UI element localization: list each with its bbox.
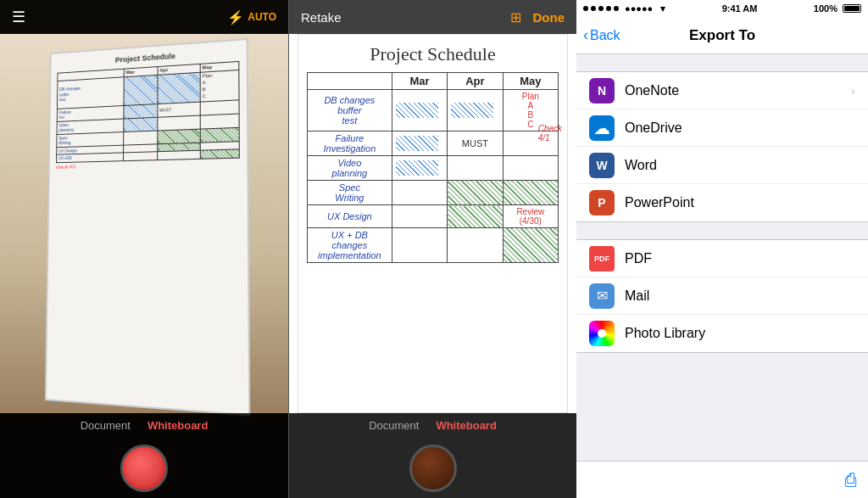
ios-nav-bar: ‹ Back Export To: [576, 17, 868, 54]
table-row: SpecWriting: [308, 181, 559, 205]
wifi-icon: ▾: [660, 3, 665, 14]
camera-mode-whiteboard[interactable]: Whiteboard: [147, 419, 209, 432]
camera-top-bar: ☰ ⚡ AUTO: [0, 0, 288, 34]
export-group-2: PDF PDF ✉ Mail Photo Library: [576, 239, 868, 353]
photos-icon: [589, 321, 615, 346]
export-panel: ●●●●● ▾ 9:41 AM 100% ‹ Back Export To N …: [576, 0, 868, 498]
crop-icon[interactable]: ⊞: [510, 9, 521, 25]
powerpoint-label: PowerPoint: [625, 195, 855, 210]
table-row: DB changesbuffertest PlanABC: [308, 90, 559, 131]
camera-bottom-bar: Document Whiteboard: [0, 413, 288, 498]
retake-button[interactable]: Retake: [301, 10, 342, 25]
wb-title: Project Schedule: [307, 43, 559, 65]
back-label[interactable]: Back: [590, 28, 620, 43]
whiteboard-content: Project Schedule Mar Apr May DB changesb…: [298, 34, 568, 413]
onenote-icon: N: [589, 78, 615, 104]
flash-label: AUTO: [248, 11, 276, 23]
word-icon: W: [589, 153, 615, 178]
ios-toolbar: ⎙: [576, 461, 868, 498]
processed-panel: Retake ⊞ Done Project Schedule Mar Apr M…: [288, 0, 576, 498]
flash-badge[interactable]: ⚡ AUTO: [227, 9, 276, 25]
word-label: Word: [625, 158, 855, 173]
hamburger-icon[interactable]: ☰: [12, 8, 25, 26]
back-button[interactable]: ‹ Back: [583, 26, 620, 44]
camera-whiteboard: Project Schedule Mar Apr May DB changesb…: [45, 38, 250, 416]
processed-mode-document[interactable]: Document: [369, 419, 419, 432]
signal-dots: ●●●●● ▾: [583, 3, 665, 14]
list-item[interactable]: ✉ Mail: [576, 277, 868, 315]
processed-top-bar: Retake ⊞ Done: [289, 0, 576, 34]
share-icon[interactable]: ⎙: [845, 469, 856, 491]
list-item[interactable]: ☁ OneDrive: [576, 109, 868, 147]
flash-icon: ⚡: [227, 9, 244, 25]
check-annotation: Check4/1: [538, 124, 562, 143]
camera-wb-table: Mar Apr May DB changesbuffertest PlanABC…: [56, 61, 240, 163]
camera-mode-tabs: Document Whiteboard: [81, 419, 209, 432]
processed-mode-tabs: Document Whiteboard: [369, 419, 497, 432]
battery-percent: 100%: [814, 3, 837, 14]
list-item[interactable]: W Word: [576, 147, 868, 184]
camera-panel: ☰ ⚡ AUTO Project Schedule Mar Apr May DB…: [0, 0, 288, 498]
export-section-1: N OneNote › ☁ OneDrive W Word P PowerPo: [576, 71, 868, 222]
ios-status-bar: ●●●●● ▾ 9:41 AM 100%: [576, 0, 868, 17]
wb-table: Mar Apr May DB changesbuffertest PlanABC…: [307, 72, 559, 263]
export-section-2: PDF PDF ✉ Mail Photo Library: [576, 239, 868, 353]
list-item[interactable]: Photo Library: [576, 315, 868, 352]
onedrive-icon: ☁: [589, 115, 615, 141]
done-button[interactable]: Done: [533, 10, 565, 25]
table-row: FailureInvestigation MUST: [308, 131, 559, 156]
back-chevron-icon: ‹: [583, 26, 588, 44]
processed-mode-whiteboard[interactable]: Whiteboard: [436, 419, 497, 432]
processed-capture-button[interactable]: [409, 445, 457, 492]
export-list: N OneNote › ☁ OneDrive W Word P PowerPo: [576, 54, 868, 461]
nav-title: Export To: [689, 27, 755, 44]
list-item[interactable]: PDF PDF: [576, 240, 868, 277]
photos-label: Photo Library: [625, 326, 855, 341]
battery-icon: [843, 4, 861, 13]
status-time: 9:41 AM: [722, 3, 758, 14]
capture-button[interactable]: [120, 445, 168, 492]
onenote-label: OneNote: [625, 83, 851, 98]
pdf-label: PDF: [625, 251, 855, 266]
capture-button-inner: [126, 450, 162, 486]
top-bar-icons: ⊞ Done: [510, 9, 565, 25]
table-row: Videoplanning: [308, 156, 559, 181]
onenote-chevron-icon: ›: [851, 83, 855, 98]
mail-label: Mail: [625, 288, 855, 304]
list-item[interactable]: P PowerPoint: [576, 184, 868, 221]
mail-icon: ✉: [589, 283, 615, 309]
export-group-1: N OneNote › ☁ OneDrive W Word P PowerPo: [576, 71, 868, 222]
carrier-label: ●●●●●: [625, 3, 653, 14]
pdf-icon: PDF: [589, 246, 615, 271]
powerpoint-icon: P: [589, 190, 615, 215]
table-row: UX + DBchangesimplementation: [308, 228, 559, 263]
onedrive-label: OneDrive: [625, 120, 855, 136]
processed-bottom-bar: Document Whiteboard: [289, 413, 576, 498]
status-right: 100%: [814, 3, 861, 14]
table-row: UX Design Review(4/30): [308, 205, 559, 228]
camera-mode-document[interactable]: Document: [81, 419, 131, 432]
list-item[interactable]: N OneNote ›: [576, 72, 868, 109]
